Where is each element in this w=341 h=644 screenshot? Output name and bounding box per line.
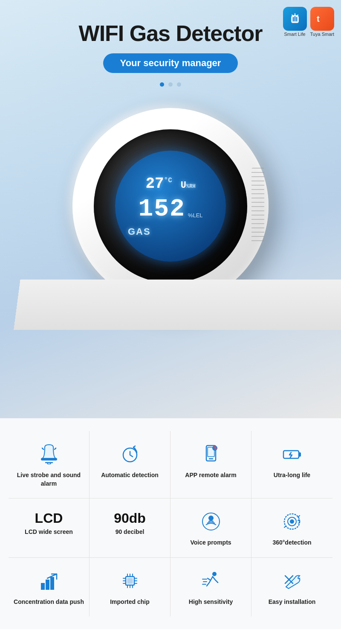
svg-point-32 <box>213 572 216 576</box>
feature-concentration-title: Concentration data push <box>14 598 84 606</box>
svg-rect-1 <box>41 458 57 460</box>
carousel-dots <box>160 82 181 87</box>
tuya-icon: t <box>310 7 334 31</box>
device-lcd-screen: 27°C U%RH 152 %LEL GAS <box>115 151 226 262</box>
feature-360: 360°detection <box>251 498 332 558</box>
dot-3[interactable] <box>177 82 181 87</box>
lcd-gas-label: GAS <box>128 226 151 237</box>
feature-concentration: Concentration data push <box>9 558 90 617</box>
tuya-label: Tuya Smart <box>310 32 334 37</box>
svg-rect-9 <box>299 453 301 456</box>
svg-point-14 <box>290 520 294 523</box>
feature-chip: Imported chip <box>90 558 170 617</box>
feature-app-remote-title: APP remote alarm <box>185 471 236 480</box>
svg-text:!: ! <box>214 447 214 450</box>
device-shelf <box>14 280 341 330</box>
battery-icon <box>279 441 305 467</box>
lcd-temp-unit: °C <box>164 177 172 184</box>
lcd-temperature: 27°C <box>145 175 172 192</box>
smart-life-icon <box>283 7 307 31</box>
smart-life-label: Smart Life <box>284 32 305 37</box>
svg-text:t: t <box>317 14 320 23</box>
hero-subtitle-badge: Your security manager <box>103 53 238 73</box>
svg-rect-16 <box>46 580 49 589</box>
feature-app-remote: ! APP remote alarm <box>170 431 251 498</box>
feature-90db: 90db 90 decibel <box>90 498 170 558</box>
360-icon <box>279 509 305 534</box>
features-section: Live strobe and sound alarm Automatic de… <box>0 418 341 629</box>
svg-point-11 <box>209 516 213 520</box>
feature-sensitivity: High sensitivity <box>170 558 251 617</box>
feature-auto-detect: Automatic detection <box>90 431 170 498</box>
feature-360-title: 360°detection <box>272 539 311 547</box>
wrench-icon <box>279 568 305 594</box>
voice-icon <box>198 509 224 534</box>
tuya-logo: t Tuya Smart <box>310 7 334 37</box>
device-image: 27°C U%RH 152 %LEL GAS <box>60 91 281 321</box>
chip-icon <box>117 568 143 594</box>
page-title: WIFI Gas Detector <box>79 21 263 46</box>
feature-long-life-title: Utra-long life <box>274 471 310 480</box>
feature-lcd-subtitle: LCD wide screen <box>25 528 73 536</box>
feature-90db-title: 90db <box>114 509 146 528</box>
dot-2[interactable] <box>168 82 173 87</box>
smart-life-logo: Smart Life <box>283 7 307 37</box>
phone-icon: ! <box>198 441 224 467</box>
feature-install-title: Easy installation <box>269 598 315 606</box>
feature-auto-detect-title: Automatic detection <box>101 471 159 480</box>
features-grid: Live strobe and sound alarm Automatic de… <box>9 431 332 616</box>
feature-lcd: LCD LCD wide screen <box>9 498 90 558</box>
run-icon <box>198 568 224 594</box>
clock-refresh-icon <box>117 441 143 467</box>
feature-chip-title: Imported chip <box>110 598 150 606</box>
feature-live-strobe-title: Live strobe and sound alarm <box>13 471 85 488</box>
feature-install: Easy installation <box>251 558 332 617</box>
feature-sensitivity-title: High sensitivity <box>189 598 233 606</box>
svg-rect-19 <box>127 578 133 583</box>
lcd-top-row: 27°C U%RH <box>124 175 217 192</box>
feature-long-life: Utra-long life <box>251 431 332 498</box>
lcd-humidity-unit: %RH <box>186 184 196 189</box>
device-bezel: 27°C U%RH 152 %LEL GAS <box>94 129 247 283</box>
device-outer-shell: 27°C U%RH 152 %LEL GAS <box>72 108 269 304</box>
lcd-gas-value: 152 <box>138 195 185 223</box>
app-logos: Smart Life t Tuya Smart <box>283 7 334 37</box>
feature-90db-subtitle: 90 decibel <box>116 528 144 536</box>
feature-voice-title: Voice prompts <box>190 539 231 547</box>
feature-lcd-title: LCD <box>35 509 63 528</box>
svg-rect-17 <box>51 577 54 589</box>
alarm-bell-icon <box>36 441 62 467</box>
lcd-value-unit: %LEL <box>188 212 203 219</box>
chart-icon <box>36 568 62 594</box>
dot-1[interactable] <box>160 82 164 87</box>
lcd-humidity: U%RH <box>181 180 196 191</box>
svg-rect-15 <box>41 583 44 589</box>
feature-live-strobe: Live strobe and sound alarm <box>9 431 90 498</box>
hero-section: Smart Life t Tuya Smart WIFI Gas Detecto… <box>0 0 341 418</box>
lcd-main-value-row: 152 %LEL <box>138 195 202 223</box>
feature-voice: Voice prompts <box>170 498 251 558</box>
